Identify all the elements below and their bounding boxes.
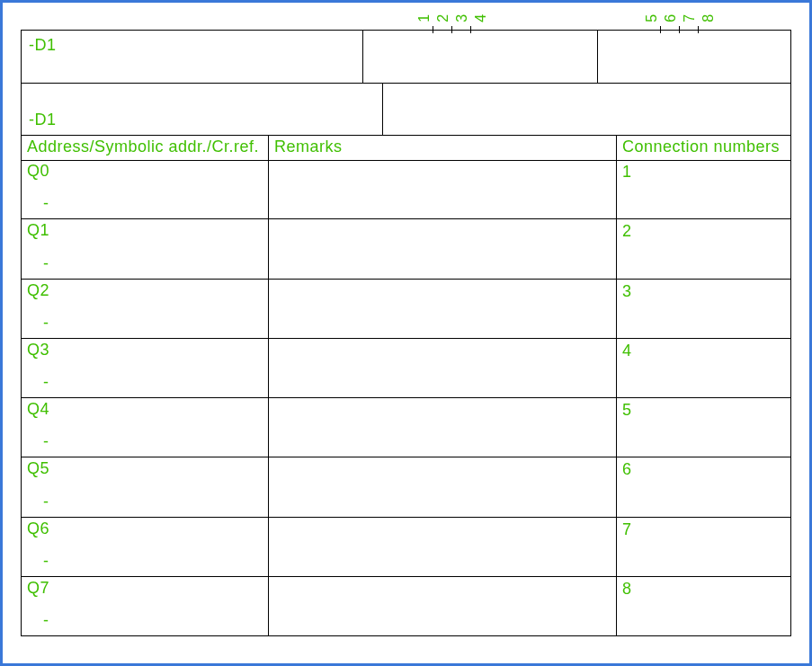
remarks-value [269,398,617,457]
sheet-frame: -D1 -D1 Address/Symbolic addr./Cr.ref. R… [21,30,791,636]
header-row-2: -D1 [22,83,790,136]
table-row: Q2 - 3 [22,280,790,339]
address-sub: - [27,553,263,569]
connection-value: 2 [617,219,790,278]
header1-cell-3 [598,31,790,83]
pin-label: 6 [663,10,679,26]
col-header-address: Address/Symbolic addr./Cr.ref. [22,135,269,160]
connection-value: 5 [617,398,790,457]
address-sub: - [27,433,263,449]
address-value: Q3 [27,341,263,360]
address-sub: - [27,493,263,510]
pin-label: 7 [682,10,698,26]
remarks-value [269,160,617,218]
pin-label: 1 [416,10,433,26]
connection-value: 6 [617,457,790,516]
address-value: Q6 [27,519,263,539]
table-row: Q6 - 7 [22,518,790,577]
address-value: Q0 [27,162,263,182]
address-value: Q7 [27,579,263,599]
table-row: Q3 - 4 [22,339,790,398]
address-value: Q2 [27,281,263,301]
address-sub: - [27,374,263,390]
remarks-value [269,518,617,576]
pin-label: 2 [435,10,451,26]
address-value: Q1 [27,221,263,241]
connection-value: 3 [617,280,790,338]
address-value: Q4 [27,400,263,420]
page-frame: 1 2 3 4 5 6 7 8 -D1 -D1 Address/Symbolic… [0,0,812,666]
remarks-value [269,280,617,338]
address-sub: - [27,195,263,211]
header1-cell-2 [363,31,598,83]
remarks-value [269,577,617,635]
header2-label: -D1 [29,111,57,129]
header2-cell-2 [383,83,790,135]
table-header: Address/Symbolic addr./Cr.ref. Remarks C… [22,135,790,161]
connection-value: 4 [617,339,790,397]
pin-label-strip: 1 2 3 4 5 6 7 8 [21,10,791,30]
remarks-value [269,457,617,516]
table-row: Q0 - 1 [22,160,790,219]
pin-label: 5 [644,10,660,26]
connection-value: 1 [617,160,790,218]
table-row: Q5 - 6 [22,457,790,517]
table-row: Q4 - 5 [22,398,790,457]
pin-label: 3 [454,10,470,26]
pin-label: 8 [700,10,717,26]
table-row: Q1 - 2 [22,219,790,279]
header1-cell-1: -D1 [22,31,363,83]
remarks-value [269,219,617,278]
remarks-value [269,339,617,397]
address-value: Q5 [27,459,263,479]
col-header-remarks: Remarks [269,135,617,160]
address-sub: - [27,255,263,271]
connection-value: 7 [617,518,790,576]
col-header-connection: Connection numbers [617,135,790,160]
table-row: Q7 - 8 [22,577,790,635]
header-row-1: -D1 [22,31,790,84]
address-sub: - [27,612,263,628]
address-sub: - [27,315,263,331]
connection-value: 8 [617,577,790,635]
header2-cell-1: -D1 [22,83,383,135]
pin-label: 4 [473,10,489,26]
table-body: Q0 - 1 Q1 - 2 Q2 - 3 [22,160,790,635]
